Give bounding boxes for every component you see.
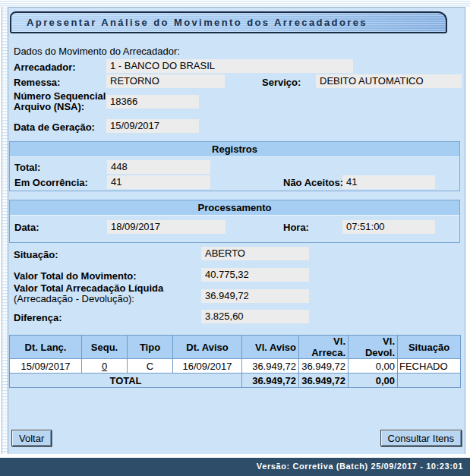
cell-vl-devol: 0,00 <box>349 359 398 374</box>
col-header-situacao: Situação <box>398 336 461 359</box>
col-header-dt-aviso: Dt. Aviso <box>173 336 242 359</box>
form-section-label: Dados do Movimento do Arrecadador: <box>14 46 180 57</box>
cell-vl-aviso: 36.949,72 <box>242 359 299 374</box>
table-total-row: TOTAL 36.949,72 36.949,72 0,00 <box>10 374 461 388</box>
proc-hora-label: Hora: <box>283 222 309 233</box>
sequ-link[interactable]: 0 <box>99 361 109 372</box>
processamento-section: Processamento Data: 18/09/2017 Hora: 07:… <box>9 200 460 243</box>
col-header-dt-lanc: Dt. Lanç. <box>10 336 82 359</box>
em-ocorrencia-label: Em Ocorrência: <box>14 178 88 188</box>
col-header-vl-devol: Vl. Devol. <box>349 336 398 359</box>
valor-liquida-label: Valor Total Arrecadação Líquida (Arrecad… <box>14 283 163 304</box>
remessa-label: Remessa: <box>14 77 60 88</box>
consultar-itens-button[interactable]: Consultar Itens <box>380 430 462 446</box>
em-ocorrencia-field: 41 <box>107 175 210 189</box>
main-content: Apresentar Análise do Movimento dos Arre… <box>8 7 465 454</box>
cell-situacao: FECHADO <box>398 359 461 374</box>
window-frame-left <box>0 7 8 454</box>
col-header-vl-aviso: Vl. Aviso <box>242 336 299 359</box>
cell-dt-lanc: 15/09/2017 <box>10 359 82 374</box>
diferenca-label: Diferença: <box>14 313 62 323</box>
situacao-field: ABERTO <box>201 247 309 260</box>
diferenca-field: 3.825,60 <box>201 310 309 323</box>
registros-section-header: Registros <box>10 142 459 157</box>
processamento-section-header: Processamento <box>10 200 459 216</box>
total-row-label: TOTAL <box>10 374 242 388</box>
valor-movimento-field: 40.775,32 <box>201 268 309 282</box>
nsa-field: 18366 <box>106 95 199 109</box>
nsa-label: Número Sequencial Arquivo (NSA): <box>14 91 106 112</box>
cell-sequ: 0 <box>82 359 128 374</box>
data-geracao-label: Data de Geração: <box>14 122 95 133</box>
situacao-label: Situação: <box>14 250 58 260</box>
proc-data-label: Data: <box>14 222 39 233</box>
col-header-tipo: Tipo <box>128 336 173 359</box>
total-label: Total: <box>14 162 40 173</box>
proc-hora-field: 07:51:00 <box>342 220 435 234</box>
total-vl-devol: 0,00 <box>349 374 398 388</box>
servico-field: DEBITO AUTOMATICO <box>316 74 462 88</box>
total-situacao-empty <box>398 374 461 388</box>
page-title: Apresentar Análise do Movimento dos Arre… <box>27 17 367 28</box>
valor-liquida-field: 36.949,72 <box>201 289 309 303</box>
proc-data-field: 18/09/2017 <box>107 220 226 234</box>
col-header-sequ: Sequ. <box>82 336 128 359</box>
arrecadador-field: 1 - BANCO DO BRASIL <box>106 59 353 73</box>
cell-dt-aviso: 16/09/2017 <box>173 359 242 374</box>
version-text: Versão: Corretiva (Batch) 25/09/2017 - 1… <box>257 462 463 471</box>
application-window: Apresentar Análise do Movimento dos Arre… <box>0 0 470 476</box>
nao-aceitos-field: 41 <box>342 175 435 189</box>
total-vl-arreca: 36.949,72 <box>299 374 349 388</box>
arrecadador-label: Arrecadador: <box>14 62 76 73</box>
registros-section: Registros Total: 448 Em Ocorrência: 41 N… <box>9 141 460 191</box>
remessa-field: RETORNO <box>106 74 225 88</box>
cell-vl-arreca: 36.949,72 <box>299 359 349 374</box>
servico-label: Serviço: <box>262 77 301 88</box>
col-header-vl-arreca: Vl. Arreca. <box>299 336 349 359</box>
total-vl-aviso: 36.949,72 <box>242 374 299 388</box>
movements-table: Dt. Lanç. Sequ. Tipo Dt. Aviso Vl. Aviso… <box>9 335 461 388</box>
window-frame-right <box>465 7 470 454</box>
voltar-button[interactable]: Voltar <box>11 430 52 446</box>
cell-tipo: C <box>128 359 173 374</box>
table-row: 15/09/2017 0 C 16/09/2017 36.949,72 36.9… <box>10 359 461 374</box>
page-title-bar: Apresentar Análise do Movimento dos Arre… <box>10 11 447 33</box>
window-frame-top <box>0 0 470 7</box>
valor-movimento-label: Valor Total do Movimento: <box>14 271 137 282</box>
table-header-row: Dt. Lanç. Sequ. Tipo Dt. Aviso Vl. Aviso… <box>10 336 461 359</box>
nao-aceitos-label: Não Aceitos: <box>283 178 343 188</box>
total-field: 448 <box>107 160 210 174</box>
data-geracao-field: 15/09/2017 <box>106 119 199 133</box>
version-status-bar: Versão: Corretiva (Batch) 25/09/2017 - 1… <box>0 458 470 476</box>
